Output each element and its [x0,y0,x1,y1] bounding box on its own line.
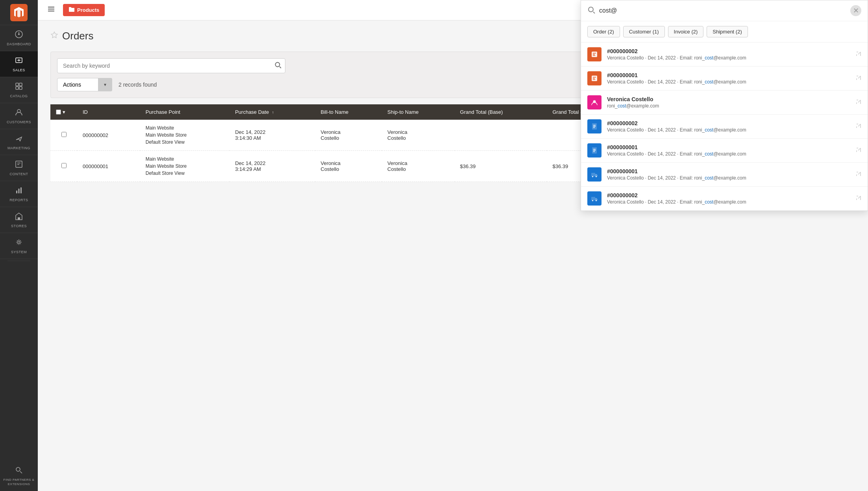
svg-point-24 [592,176,593,177]
result-sub: Veronica Costello · Dec 14, 2022 · Email… [607,79,850,85]
svg-rect-26 [591,197,595,200]
sidebar-item-customers[interactable]: CUSTOMERS [0,103,38,129]
result-action-icon[interactable] [856,123,861,130]
row-ship-to: VeronicaCostello [382,151,454,182]
row-purchase-point: Main WebsiteMain Website StoreDefault St… [140,151,229,182]
row-checkbox-1[interactable] [61,163,67,168]
result-sub-highlight: cost [618,103,626,109]
svg-rect-9 [16,161,22,167]
sidebar-item-sales[interactable]: SALES [0,51,38,77]
breadcrumb-tag[interactable]: Products [63,4,105,16]
svg-rect-13 [18,217,20,220]
search-panel-clear-button[interactable]: ✕ [850,5,861,16]
search-result-r5[interactable]: #000000001 Veronica Costello · Dec 14, 2… [581,139,868,163]
search-input[interactable] [57,58,285,73]
svg-point-15 [16,467,20,471]
sidebar-item-system-label: SYSTEM [11,250,27,254]
result-sub-prefix: Veronica Costello · Dec 14, 2022 · Email… [607,127,705,133]
result-action-icon[interactable] [856,51,861,58]
result-content: #000000002 Veronica Costello · Dec 14, 2… [607,120,850,133]
sidebar-item-catalog[interactable]: CATALOG [0,77,38,103]
menu-button[interactable] [44,4,58,17]
sidebar-item-content-label: CONTENT [10,172,28,176]
result-title: #000000002 [607,192,850,198]
result-sub-prefix: Veronica Costello · Dec 14, 2022 · Email… [607,151,705,157]
search-panel-header: ✕ [581,0,868,21]
sidebar-item-dashboard-label: DASHBOARD [7,42,31,46]
svg-rect-6 [16,87,19,89]
sidebar-item-sales-label: SALES [13,68,25,72]
result-title: #000000002 [607,120,850,126]
result-title: #000000001 [607,144,850,150]
row-purchase-date: Dec 14, 20223:14:29 AM [229,151,315,182]
svg-rect-11 [19,189,20,193]
favorite-icon[interactable] [50,31,58,41]
result-content: Veronica Costello roni_cost@example.com [607,96,850,109]
sidebar-item-find-partners[interactable]: FIND PARTNERS & EXTENSIONS [0,461,38,491]
svg-rect-12 [20,187,22,193]
result-sub-suffix: @example.com [713,55,746,61]
svg-rect-4 [16,83,19,86]
search-result-r6[interactable]: #000000001 Veronica Costello · Dec 14, 2… [581,163,868,187]
result-sub-highlight: cost [705,79,713,85]
sales-icon [15,56,23,67]
result-action-icon[interactable] [856,99,861,106]
row-id: 000000001 [77,151,140,182]
result-sub-highlight: cost [705,55,713,61]
search-tab-order[interactable]: Order (2) [587,26,620,37]
result-content: #000000001 Veronica Costello · Dec 14, 2… [607,72,850,85]
result-content: #000000001 Veronica Costello · Dec 14, 2… [607,168,850,181]
result-content: #000000002 Veronica Costello · Dec 14, 2… [607,48,850,61]
search-result-r7[interactable]: #000000002 Veronica Costello · Dec 14, 2… [581,187,868,211]
svg-rect-23 [591,173,595,176]
search-tab-customer[interactable]: Customer (1) [623,26,665,37]
th-checkbox-arrow[interactable]: ▾ [63,109,65,115]
result-title: #000000001 [607,168,850,174]
search-panel-input[interactable] [599,7,846,14]
dashboard-icon [15,30,23,41]
actions-select[interactable]: Actions Cancel Hold Unhold [57,78,112,91]
result-action-icon[interactable] [856,147,861,154]
sidebar-item-content[interactable]: CONTENT [0,155,38,181]
svg-rect-7 [19,87,22,89]
result-content: #000000002 Veronica Costello · Dec 14, 2… [607,192,850,205]
th-ship-to: Ship-to Name [382,104,454,120]
search-result-r3[interactable]: Veronica Costello roni_cost@example.com [581,91,868,115]
sidebar-item-catalog-label: CATALOG [10,94,28,98]
search-button[interactable] [274,61,281,70]
search-result-r4[interactable]: #000000002 Veronica Costello · Dec 14, 2… [581,115,868,139]
folder-icon [68,6,75,14]
result-action-icon[interactable] [856,171,861,178]
row-checkbox-0[interactable] [61,132,67,137]
row-checkbox-cell [50,151,77,182]
system-icon [15,238,23,248]
breadcrumb-label: Products [77,7,99,13]
result-sub-prefix: roni_ [607,103,618,109]
search-tab-shipment[interactable]: Shipment (2) [707,26,748,37]
sidebar-item-reports[interactable]: REPORTS [0,181,38,207]
svg-rect-10 [16,191,17,193]
result-sub: Veronica Costello · Dec 14, 2022 · Email… [607,175,850,181]
search-tab-invoice[interactable]: Invoice (2) [668,26,704,37]
sidebar-item-marketing[interactable]: MARKETING [0,129,38,155]
svg-rect-5 [19,83,22,86]
result-sub: Veronica Costello · Dec 14, 2022 · Email… [607,55,850,61]
search-result-r1[interactable]: #000000002 Veronica Costello · Dec 14, 2… [581,43,868,67]
select-all-checkbox[interactable] [56,109,61,115]
result-icon-invoice [587,143,601,157]
result-sub: Veronica Costello · Dec 14, 2022 · Email… [607,199,850,205]
row-checkbox-cell [50,120,77,151]
th-bill-to: Bill-to Name [315,104,382,120]
result-action-icon[interactable] [856,195,861,202]
search-result-r2[interactable]: #000000001 Veronica Costello · Dec 14, 2… [581,67,868,91]
search-input-wrap [57,58,285,73]
th-purchase-date[interactable]: Purchase Date ↑ [229,104,315,120]
result-icon-invoice [587,119,601,133]
sidebar-item-system[interactable]: SYSTEM [0,233,38,259]
result-sub-highlight: cost [705,199,713,205]
sidebar-item-stores[interactable]: STORES [0,207,38,233]
sidebar-item-dashboard[interactable]: DASHBOARD [0,25,38,51]
row-purchase-date: Dec 14, 20223:14:30 AM [229,120,315,151]
result-action-icon[interactable] [856,75,861,82]
reports-icon [15,186,23,196]
